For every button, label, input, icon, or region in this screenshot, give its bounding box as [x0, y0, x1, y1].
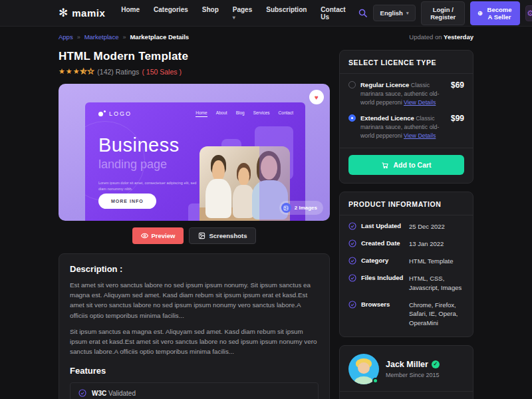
radio-checked[interactable] [348, 114, 356, 122]
product-info-card: PRODUCT INFORMATION Last Updated 25 Dec … [339, 192, 473, 337]
add-to-cart-button[interactable]: Add to Cart [348, 155, 464, 175]
licence-option-extended[interactable]: Extended Licence Classic marinara sauce,… [348, 114, 464, 140]
product-image: ♥ LOGO Home About Blog Services Contact [59, 84, 330, 221]
template-nav-blog[interactable]: Blog [236, 110, 245, 117]
screenshots-button[interactable]: Screenshots [189, 227, 256, 244]
nav-categories[interactable]: Categories [154, 6, 188, 21]
camera-icon [281, 203, 291, 213]
page-title: HTML Modern Template [59, 50, 330, 63]
breadcrumb: Apps » Marketplace » Marketplace Details [59, 33, 189, 41]
info-row: Files Included HTML, CSS, Javascript, Im… [348, 274, 464, 292]
brand-logo[interactable]: ✻ mamix [59, 7, 105, 19]
check-circle-icon [78, 389, 86, 397]
avatar [348, 354, 379, 384]
template-nav-services[interactable]: Services [253, 110, 270, 117]
description-card: Description : Est amet sit vero sanctus … [59, 253, 330, 399]
template-subheading: landing page [98, 158, 305, 172]
check-circle-icon [348, 239, 356, 247]
template-nav-contact[interactable]: Contact [279, 110, 293, 117]
verified-badge-icon: ✓ [432, 360, 440, 368]
check-circle-icon [348, 274, 356, 282]
plus-circle-icon: ⊕ [477, 9, 483, 17]
product-info-heading: PRODUCT INFORMATION [348, 200, 464, 208]
updated-on-text: Updated on Yesterday [409, 33, 473, 41]
info-row: Created Date 13 Jan 2022 [348, 239, 464, 248]
search-icon[interactable] [358, 8, 368, 18]
author-name: Jack Miller ✓ [386, 360, 440, 369]
template-hero-preview: LOGO Home About Blog Services Contact Bu… [85, 102, 305, 221]
description-paragraph: Est amet sit vero sanctus labore no sed … [70, 280, 319, 321]
favorite-heart-icon[interactable]: ♥ [309, 90, 324, 104]
settings-icon[interactable]: ⚙ [525, 5, 532, 21]
member-since: Member Since 2015 [386, 372, 440, 378]
ratings-count: (142) Ratings [97, 68, 139, 76]
check-circle-icon [348, 301, 356, 309]
breadcrumb-separator: » [77, 34, 80, 41]
nav-subscription[interactable]: Subscription [266, 6, 307, 21]
nav-contact-us[interactable]: Contact Us [321, 6, 345, 21]
view-details-link[interactable]: View Details [404, 132, 436, 139]
check-circle-icon [348, 222, 356, 230]
check-circle-icon [348, 257, 356, 265]
preview-button[interactable]: Preview [132, 227, 184, 244]
licence-price: $99 [451, 114, 464, 140]
feature-row: W3C Validated [70, 383, 318, 399]
chevron-down-icon: ▾ [406, 11, 409, 16]
licence-option-regular[interactable]: Regular Licence Classic marinara sauce, … [348, 80, 464, 106]
template-nav: Home About Blog Services Contact [196, 110, 293, 117]
main-nav: Home Categories Shop Pages ▾ Subscriptio… [121, 6, 345, 21]
eye-icon [141, 232, 148, 239]
breadcrumb-current: Marketplace Details [130, 33, 189, 41]
radio-unchecked[interactable] [348, 81, 356, 88]
author-card: Jack Miller ✓ Member Since 2015 113Proje… [339, 345, 473, 399]
top-navbar: ✻ mamix Home Categories Shop Pages ▾ Sub… [0, 0, 532, 27]
features-list: W3C Validated 24/7 Support Faster Loadin… [70, 382, 319, 399]
star-rating-icons: ★★★★★★ [59, 67, 94, 76]
view-details-link[interactable]: View Details [404, 99, 436, 106]
breadcrumb-apps[interactable]: Apps [59, 33, 73, 41]
info-row: Browsers Chrome, Firefox, Safari, IE, Op… [348, 301, 464, 327]
online-status-dot [372, 378, 378, 384]
sales-count: ( 150 Sales ) [142, 68, 182, 76]
nav-home[interactable]: Home [121, 6, 140, 21]
licence-card: SELECT LICENCE TYPE Regular Licence Clas… [339, 50, 473, 184]
image-icon [198, 232, 205, 239]
info-row: Category HTML Template [348, 257, 464, 265]
nav-pages[interactable]: Pages ▾ [233, 6, 252, 21]
brand-name: mamix [72, 7, 105, 19]
login-register-button[interactable]: Login / Register [421, 1, 465, 25]
description-paragraph: Sit ipsum sanctus ea magna est. Aliquyam… [70, 327, 319, 357]
breadcrumb-separator: » [122, 34, 126, 41]
template-body-text: Lorem ipsum dolor sit amet, consectetuer… [98, 180, 198, 192]
features-heading: Features [70, 366, 319, 376]
language-select[interactable]: English▾ [373, 5, 416, 21]
images-count-badge[interactable]: 2 Images [279, 201, 323, 215]
description-heading: Description : [70, 264, 319, 274]
info-row: Last Updated 25 Dec 2022 [348, 222, 464, 231]
template-nav-home[interactable]: Home [196, 110, 207, 117]
cart-icon [381, 161, 389, 169]
template-heading: Business [98, 134, 305, 156]
licence-heading: SELECT LICENCE TYPE [348, 59, 464, 66]
breadcrumb-marketplace[interactable]: Marketplace [84, 33, 119, 41]
template-nav-about[interactable]: About [216, 110, 227, 117]
become-seller-button[interactable]: ⊕Become A Seller [470, 1, 520, 25]
template-more-info-button[interactable]: MORE INFO [98, 194, 156, 209]
brand-flower-icon: ✻ [59, 7, 68, 19]
template-logo: LOGO [98, 110, 132, 117]
nav-shop[interactable]: Shop [202, 6, 219, 21]
licence-price: $69 [451, 80, 464, 106]
chevron-down-icon: ▾ [233, 15, 235, 21]
